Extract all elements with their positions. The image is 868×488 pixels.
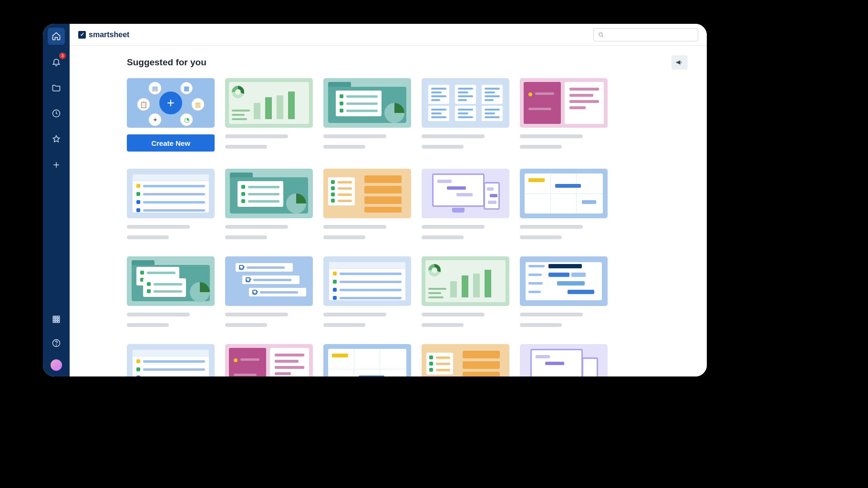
- svg-rect-6: [58, 318, 59, 320]
- placeholder-line: [422, 235, 464, 239]
- svg-rect-7: [53, 321, 54, 322]
- svg-rect-1: [53, 316, 54, 317]
- placeholder-line: [323, 134, 386, 138]
- svg-point-12: [599, 32, 602, 36]
- section-title: Suggested for you: [127, 57, 207, 68]
- template-thumb: [225, 344, 313, 376]
- placeholder-line: [225, 145, 267, 149]
- placeholder-line: [323, 225, 386, 229]
- placeholder-line: [422, 225, 485, 229]
- template-card[interactable]: [323, 256, 411, 327]
- brand-name: smartsheet: [89, 30, 129, 39]
- template-thumb: [520, 256, 608, 306]
- form-icon: 📋: [137, 98, 150, 111]
- template-thumb: [520, 78, 608, 128]
- create-new-card[interactable]: ▤ ▦ 📋 ▥ ✦ ◔ + Create New: [127, 78, 215, 152]
- brand-mark-icon: ✓: [78, 31, 86, 39]
- grid-icon: ▦: [180, 82, 193, 94]
- svg-rect-2: [55, 316, 57, 317]
- nav-notifications[interactable]: 3: [48, 53, 65, 71]
- svg-rect-9: [58, 321, 59, 322]
- template-card[interactable]: [323, 344, 411, 376]
- nav-create[interactable]: [48, 156, 65, 173]
- create-new-thumb: ▤ ▦ 📋 ▥ ✦ ◔ +: [127, 78, 215, 128]
- main: ✓ smartsheet Suggested for you: [70, 24, 707, 376]
- placeholder-line: [520, 323, 562, 327]
- placeholder-line: [323, 323, 365, 327]
- dashboard-icon: ◔: [180, 113, 193, 126]
- nav-help[interactable]: [48, 335, 65, 352]
- template-card[interactable]: [520, 256, 608, 327]
- template-thumb: [520, 344, 608, 376]
- placeholder-line: [225, 134, 288, 138]
- placeholder-line: [422, 145, 464, 149]
- placeholder-line: [225, 313, 288, 316]
- placeholder-line: [127, 323, 169, 327]
- placeholder-line: [225, 235, 267, 239]
- brand[interactable]: ✓ smartsheet: [78, 30, 129, 39]
- topbar: ✓ smartsheet: [70, 24, 707, 46]
- notification-badge: 3: [59, 52, 66, 59]
- template-thumb: [422, 78, 509, 128]
- content: Suggested for you ▤ ▦ 📋 ▥ ✦: [70, 46, 707, 376]
- template-card[interactable]: [520, 344, 608, 376]
- integration-icon: ✦: [149, 113, 161, 126]
- template-thumb: [225, 169, 313, 218]
- template-grid: ▤ ▦ 📋 ▥ ✦ ◔ + Create New: [127, 78, 688, 376]
- placeholder-line: [520, 134, 583, 138]
- template-card[interactable]: [422, 256, 509, 327]
- placeholder-line: [422, 134, 485, 138]
- placeholder-line: [323, 145, 365, 149]
- template-thumb: [323, 344, 411, 376]
- template-thumb: [127, 344, 215, 376]
- template-card[interactable]: [520, 169, 608, 239]
- template-card[interactable]: [323, 78, 411, 149]
- template-thumb: [127, 256, 215, 306]
- svg-rect-8: [55, 321, 57, 322]
- report-icon: ▥: [192, 98, 204, 111]
- placeholder-line: [225, 225, 288, 229]
- template-card[interactable]: [225, 78, 313, 149]
- placeholder-line: [422, 313, 485, 316]
- svg-point-11: [56, 345, 57, 346]
- template-card[interactable]: [127, 256, 215, 327]
- nav-folders[interactable]: [48, 79, 65, 96]
- placeholder-line: [127, 235, 169, 239]
- template-card[interactable]: [422, 169, 509, 239]
- placeholder-line: [520, 225, 583, 229]
- plus-icon: +: [159, 92, 182, 114]
- placeholder-line: [127, 313, 190, 316]
- template-card[interactable]: [422, 344, 509, 376]
- placeholder-line: [520, 235, 562, 239]
- template-thumb: [127, 169, 215, 218]
- template-thumb: [323, 169, 411, 218]
- template-thumb: [422, 169, 509, 218]
- template-card[interactable]: [422, 78, 509, 149]
- template-thumb: [323, 78, 411, 128]
- search[interactable]: [593, 28, 698, 41]
- app-window: 3: [43, 24, 707, 376]
- nav-recents[interactable]: [48, 105, 65, 122]
- svg-rect-5: [55, 318, 57, 320]
- nav-favorites[interactable]: [48, 131, 65, 148]
- placeholder-line: [323, 235, 365, 239]
- template-card[interactable]: [225, 256, 313, 327]
- template-card[interactable]: [323, 169, 411, 239]
- create-new-button[interactable]: Create New: [127, 134, 215, 152]
- announcements-button[interactable]: [672, 55, 688, 70]
- placeholder-line: [127, 225, 190, 229]
- template-card[interactable]: [520, 78, 608, 149]
- search-input[interactable]: [607, 31, 694, 38]
- sidebar: 3: [43, 24, 70, 376]
- template-card[interactable]: [225, 169, 313, 239]
- placeholder-line: [323, 313, 386, 316]
- nav-apps[interactable]: [48, 311, 65, 328]
- placeholder-line: [520, 145, 562, 149]
- template-card[interactable]: [127, 169, 215, 239]
- search-icon: [598, 31, 604, 38]
- user-avatar[interactable]: [50, 358, 63, 372]
- template-thumb: [225, 78, 313, 128]
- template-card[interactable]: [127, 344, 215, 376]
- nav-home[interactable]: [48, 28, 65, 45]
- template-card[interactable]: [225, 344, 313, 376]
